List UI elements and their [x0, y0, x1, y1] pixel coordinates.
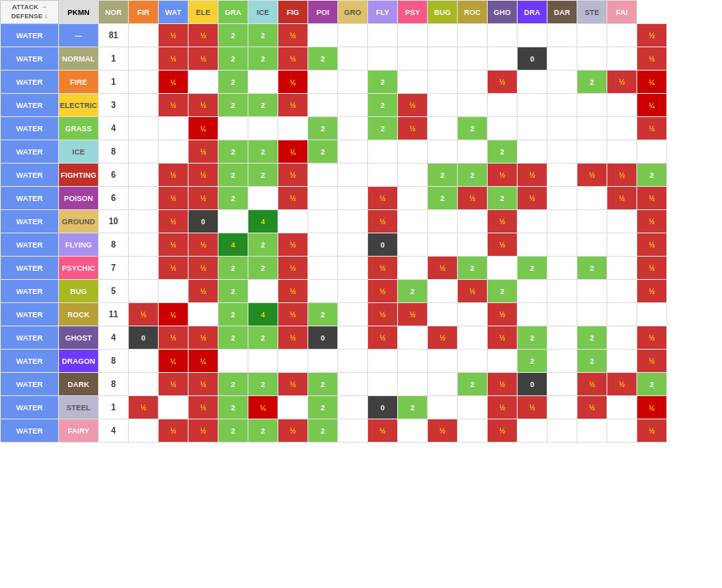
eff-cell-fly [398, 419, 428, 443]
col-header-bug: BUG [428, 1, 458, 24]
eff-cell-gra: 2 [248, 373, 278, 396]
eff-cell-poi [338, 164, 368, 187]
eff-cell-dar [577, 187, 607, 210]
eff-cell-dra [548, 164, 577, 187]
eff-cell-ste [607, 24, 637, 47]
table-row: WATERGRASS4¼22½2½ [1, 117, 667, 140]
pkmn-count-cell: 5 [99, 280, 129, 303]
eff-cell-dra [548, 71, 577, 94]
eff-cell-ste: ½ [607, 373, 637, 396]
eff-cell-roc: ½ [488, 164, 518, 187]
pkmn-count-cell: 10 [99, 210, 129, 233]
eff-cell-ice [278, 117, 308, 140]
eff-cell-dar [577, 117, 607, 140]
eff-cell-fir [159, 280, 189, 303]
eff-cell-dar [577, 419, 607, 443]
eff-cell-fai: ½ [637, 257, 667, 280]
eff-cell-ice [278, 396, 308, 419]
eff-cell-wat: ½ [189, 24, 219, 47]
eff-cell-ste [607, 396, 637, 419]
eff-cell-ice: ½ [278, 326, 308, 350]
eff-cell-dar [577, 24, 607, 47]
eff-cell-psy [428, 71, 458, 94]
eff-cell-roc: 2 [488, 140, 518, 164]
col-header-psy: PSY [398, 1, 428, 24]
eff-cell-bug [458, 396, 488, 419]
eff-cell-nor [129, 419, 159, 443]
eff-cell-gra: 2 [248, 94, 278, 117]
eff-cell-fai [637, 303, 667, 326]
eff-cell-ice: ½ [278, 47, 308, 71]
eff-cell-bug [458, 140, 488, 164]
eff-cell-wat: ½ [189, 280, 219, 303]
eff-cell-ice: ½ [278, 94, 308, 117]
eff-cell-fai: ½ [637, 280, 667, 303]
eff-cell-gro [368, 140, 398, 164]
eff-cell-nor [129, 117, 159, 140]
eff-cell-ele [219, 117, 248, 140]
eff-cell-ele: 2 [219, 47, 248, 71]
eff-cell-ele: 2 [219, 71, 248, 94]
eff-cell-dar [577, 140, 607, 164]
eff-cell-fly [398, 164, 428, 187]
eff-cell-ice: ¼ [278, 71, 308, 94]
eff-cell-psy [428, 280, 458, 303]
eff-cell-fly [398, 326, 428, 350]
eff-cell-poi [338, 140, 368, 164]
eff-cell-fir: ½ [159, 257, 189, 280]
eff-cell-fig: 0 [308, 326, 338, 350]
eff-cell-ele: 4 [219, 233, 248, 257]
table-row: WATERDARK8½½22½22½0½½2 [1, 373, 667, 396]
eff-cell-wat: ½ [189, 187, 219, 210]
eff-cell-dra [548, 117, 577, 140]
eff-cell-fir: ¼ [159, 303, 189, 326]
eff-cell-gra: 2 [248, 47, 278, 71]
eff-cell-poi [338, 233, 368, 257]
eff-cell-ste: ½ [607, 164, 637, 187]
eff-cell-ele: 2 [219, 373, 248, 396]
eff-cell-gho: ½ [518, 187, 548, 210]
def-type1-cell: WATER [1, 303, 59, 326]
eff-cell-gra: 2 [248, 326, 278, 350]
eff-cell-ste [607, 257, 637, 280]
eff-cell-gra [248, 71, 278, 94]
def-type1-cell: WATER [1, 280, 59, 303]
eff-cell-gho: 0 [518, 47, 548, 71]
def-type1-cell: WATER [1, 210, 59, 233]
eff-cell-roc [488, 94, 518, 117]
eff-cell-fir: ½ [159, 164, 189, 187]
eff-cell-wat: ½ [189, 326, 219, 350]
eff-cell-fly [398, 24, 428, 47]
eff-cell-ice: ½ [278, 164, 308, 187]
eff-cell-ste [607, 280, 637, 303]
table-row: WATER—81½½22½½ [1, 24, 667, 47]
eff-cell-poi [338, 187, 368, 210]
table-row: WATERDRAGON8¼¼22½ [1, 350, 667, 373]
eff-cell-ele: 2 [219, 140, 248, 164]
eff-cell-fir: ½ [159, 24, 189, 47]
corner-header: ATTACK → DEFENSE ↓ [1, 1, 59, 24]
eff-cell-gra [248, 280, 278, 303]
eff-cell-wat: 0 [189, 210, 219, 233]
table-row: WATERGROUND10½04½½½ [1, 210, 667, 233]
pkmn-count-cell: 8 [99, 373, 129, 396]
eff-cell-poi [338, 373, 368, 396]
pkmn-count-cell: 4 [99, 326, 129, 350]
eff-cell-fig: 2 [308, 373, 338, 396]
eff-cell-psy [428, 233, 458, 257]
eff-cell-gro [368, 350, 398, 373]
table-row: WATERROCK11½¼24½2½½½ [1, 303, 667, 326]
eff-cell-fig [308, 94, 338, 117]
eff-cell-bug: 2 [458, 257, 488, 280]
def-type2-cell: GRASS [59, 117, 99, 140]
eff-cell-fly: 2 [398, 280, 428, 303]
eff-cell-ice: ½ [278, 373, 308, 396]
eff-cell-gra: 4 [248, 210, 278, 233]
eff-cell-ste [607, 117, 637, 140]
eff-cell-poi [338, 350, 368, 373]
eff-cell-wat: ½ [189, 164, 219, 187]
def-type2-cell: GROUND [59, 210, 99, 233]
eff-cell-fig [308, 164, 338, 187]
table-row: WATERGHOST40½½22½0½½½22½ [1, 326, 667, 350]
eff-cell-fir: ½ [159, 94, 189, 117]
